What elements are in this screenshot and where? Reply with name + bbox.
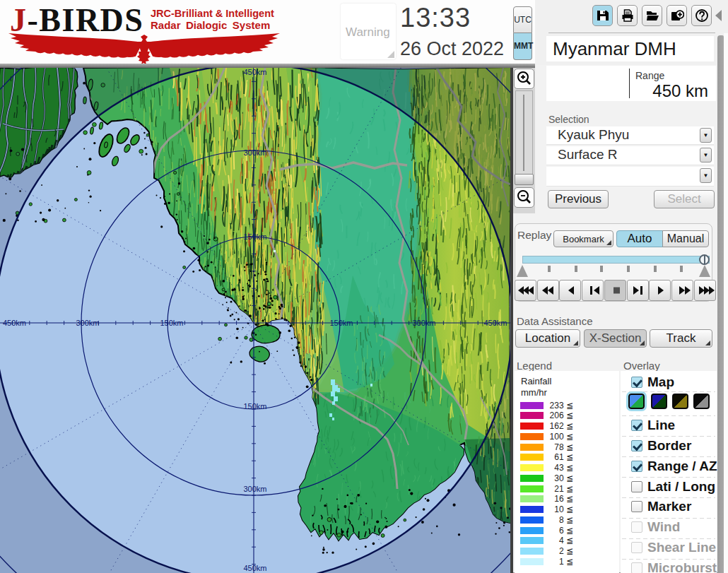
svg-text:450km: 450km (243, 564, 266, 572)
svg-text:150km: 150km (160, 319, 183, 327)
svg-text:450km: 450km (243, 68, 266, 76)
svg-text:450km: 450km (483, 319, 507, 327)
svg-text:300km: 300km (243, 485, 266, 493)
svg-text:Radar Dialogic System: Radar Dialogic System (151, 19, 270, 31)
svg-text:150km: 150km (329, 319, 353, 327)
svg-text:150km: 150km (243, 232, 266, 241)
svg-text:450km: 450km (3, 319, 26, 327)
svg-text:J-BIRDS: J-BIRDS (10, 2, 143, 38)
svg-text:150km: 150km (243, 402, 266, 410)
svg-text:JRC-Brilliant & Intelligent: JRC-Brilliant & Intelligent (151, 8, 274, 19)
svg-text:300km: 300km (243, 148, 266, 157)
svg-text:300km: 300km (412, 319, 435, 327)
svg-text:300km: 300km (76, 319, 99, 327)
